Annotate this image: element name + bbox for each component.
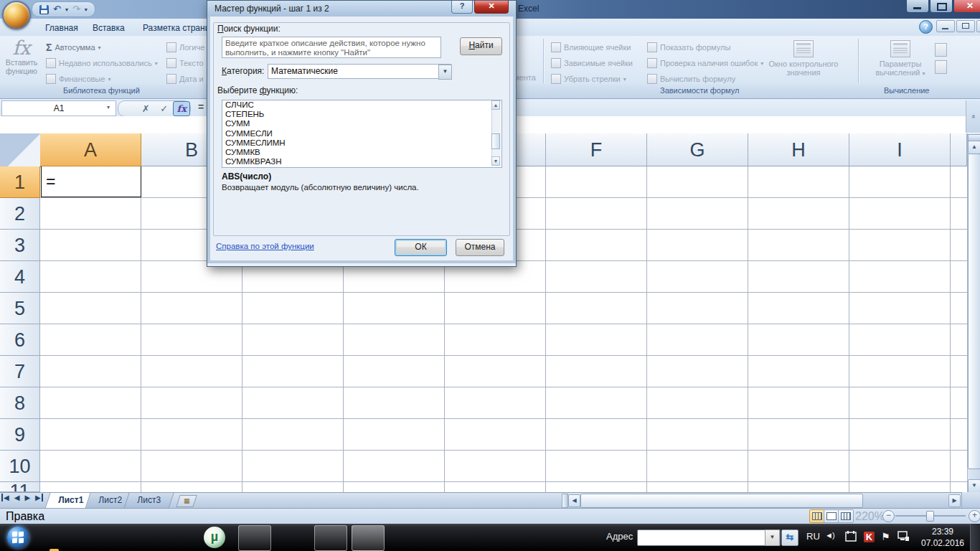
name-box-dropdown-icon[interactable]: ▾ xyxy=(103,101,114,114)
next-sheet-icon[interactable]: ▶ xyxy=(24,494,30,501)
recently-used-button[interactable]: Недавно использовались ▾ xyxy=(46,56,158,70)
first-sheet-icon[interactable]: ◀ xyxy=(1,494,9,501)
task-scheduler-icon[interactable] xyxy=(845,530,857,542)
function-list-item[interactable]: СУММ xyxy=(222,119,501,128)
dialog-help-icon[interactable]: ? xyxy=(451,1,473,14)
function-list-item[interactable]: СУММКВРАЗН xyxy=(222,157,501,166)
network-icon[interactable] xyxy=(897,530,910,542)
row-header-10[interactable]: 10 xyxy=(0,451,40,482)
word-taskbar-button[interactable] xyxy=(314,525,347,551)
zoom-slider-handle[interactable] xyxy=(926,511,934,522)
horizontal-scroll-thumb[interactable] xyxy=(580,494,863,508)
chrome-taskbar-button[interactable] xyxy=(238,525,271,551)
trace-precedents-button[interactable]: Влияющие ячейки xyxy=(551,40,631,55)
ok-button[interactable]: ОК xyxy=(395,239,447,256)
evaluate-formula-button[interactable]: Вычислить формулу xyxy=(647,72,735,86)
utorrent-icon[interactable]: µ xyxy=(204,527,225,548)
name-box[interactable]: A1 xyxy=(1,100,116,116)
help-icon[interactable]: ? xyxy=(919,20,933,34)
undo-dropdown-icon[interactable]: ▾ xyxy=(65,6,68,13)
zoom-level[interactable]: 220% xyxy=(855,510,885,523)
sheet-tab-list3[interactable]: Лист3 xyxy=(123,493,174,509)
row-header-11[interactable]: 11 xyxy=(0,482,40,492)
zoom-out-icon[interactable]: − xyxy=(882,510,895,522)
volume-icon[interactable]: ◄) xyxy=(825,531,834,540)
normal-view-button[interactable] xyxy=(809,509,825,523)
column-header-H[interactable]: H xyxy=(748,133,849,166)
dialog-close-icon[interactable]: ✕ xyxy=(474,1,509,14)
function-list[interactable]: СЛЧИС СТЕПЕНЬ СУММ СУММЕСЛИ СУММЕСЛИМН С… xyxy=(222,100,502,168)
start-button[interactable] xyxy=(7,527,29,548)
language-indicator[interactable]: RU xyxy=(806,531,820,542)
row-header-1[interactable]: 1 xyxy=(0,166,40,198)
formula-bar-expand-icon[interactable]: « xyxy=(966,100,980,133)
close-button[interactable]: ✕ xyxy=(953,0,980,13)
remove-arrows-button[interactable]: Убрать стрелки ▾ xyxy=(551,72,626,86)
workbook-close-button[interactable]: ✕ xyxy=(976,20,980,32)
column-header-G[interactable]: G xyxy=(647,133,748,166)
function-list-item[interactable]: СУММЕСЛИ xyxy=(222,129,501,138)
cancel-button[interactable]: Отмена xyxy=(456,239,504,256)
list-scroll-up-icon[interactable]: ▲ xyxy=(491,100,500,110)
save-icon[interactable] xyxy=(39,5,49,14)
show-formulas-button[interactable]: Показать формулы xyxy=(647,40,730,55)
insert-function-fx-button[interactable]: fx xyxy=(173,101,190,116)
restore-button[interactable] xyxy=(930,0,953,13)
column-header-A[interactable]: A xyxy=(40,133,141,166)
autosum-button[interactable]: Σ Автосумма ▾ xyxy=(46,40,101,55)
find-button[interactable]: Найти xyxy=(460,37,502,55)
row-header-9[interactable]: 9 xyxy=(0,419,40,451)
formula-bar-content[interactable]: = xyxy=(198,101,204,113)
function-list-item[interactable]: СУММЕСЛИМН xyxy=(222,138,501,148)
tab-home[interactable]: Главная xyxy=(36,21,88,36)
scroll-left-icon[interactable]: ◀ xyxy=(568,494,580,507)
function-list-item[interactable]: СЛЧИС xyxy=(222,100,501,110)
row-header-8[interactable]: 8 xyxy=(0,387,40,419)
enter-entry-button[interactable]: ✓ xyxy=(155,103,173,114)
zoom-in-icon[interactable]: + xyxy=(969,510,980,522)
column-header-I[interactable]: I xyxy=(849,133,951,166)
calculation-options-button[interactable]: Параметры вычислений ▾ xyxy=(870,40,931,77)
cell-A1[interactable]: = xyxy=(41,166,141,197)
previous-sheet-icon[interactable]: ◀ xyxy=(14,494,20,501)
excel-taskbar-button[interactable] xyxy=(352,525,385,551)
column-header-F[interactable]: F xyxy=(546,133,647,166)
scroll-right-icon[interactable]: ▶ xyxy=(948,494,961,507)
insert-function-button[interactable]: fx Вставить функцию xyxy=(1,38,42,84)
address-dropdown-icon[interactable]: ▼ xyxy=(765,529,780,546)
show-desktop-button[interactable] xyxy=(970,524,980,551)
watch-window-button[interactable]: Окно контрольного значения xyxy=(755,40,852,77)
row-header-6[interactable]: 6 xyxy=(0,324,40,356)
list-scroll-down-icon[interactable]: ▼ xyxy=(491,156,500,166)
minimize-button[interactable] xyxy=(906,0,929,13)
select-all-corner[interactable] xyxy=(0,133,41,167)
row-header-2[interactable]: 2 xyxy=(0,198,40,230)
address-go-icon[interactable]: ⇆ xyxy=(781,529,798,546)
trace-dependents-button[interactable]: Зависимые ячейки xyxy=(551,56,633,70)
tab-split-handle[interactable] xyxy=(562,494,568,508)
workbook-restore-button[interactable] xyxy=(956,20,975,32)
function-help-link[interactable]: Справка по этой функции xyxy=(216,242,314,250)
workbook-minimize-button[interactable] xyxy=(936,20,955,32)
kaspersky-icon[interactable]: K xyxy=(864,532,875,542)
cancel-entry-button[interactable]: ✗ xyxy=(136,103,154,114)
office-button[interactable] xyxy=(2,1,31,29)
row-header-3[interactable]: 3 xyxy=(0,230,40,261)
last-sheet-icon[interactable]: ▶ xyxy=(35,494,43,501)
search-function-input[interactable]: Введите краткое описание действия, котор… xyxy=(222,37,441,58)
category-select[interactable]: Математические xyxy=(268,64,451,79)
date-time-button[interactable]: Дата и xyxy=(166,72,204,85)
row-header-7[interactable]: 7 xyxy=(0,356,40,387)
error-checking-button[interactable]: Проверка наличия ошибок ▾ xyxy=(647,56,763,70)
page-break-view-button[interactable] xyxy=(838,509,854,523)
text-button[interactable]: Тексто xyxy=(166,56,204,70)
financial-button[interactable]: Финансовые ▾ xyxy=(46,72,110,86)
address-input[interactable] xyxy=(637,529,781,546)
column-header-partial[interactable] xyxy=(951,133,967,166)
scroll-down-icon[interactable]: ▼ xyxy=(968,479,980,493)
logical-button[interactable]: Логиче xyxy=(166,40,204,55)
action-center-flag-icon[interactable]: ⚑ xyxy=(881,531,890,542)
taskbar-clock[interactable]: 23:39 07.02.2016 xyxy=(920,526,965,549)
vertical-scroll-thumb[interactable] xyxy=(968,154,980,469)
function-list-item[interactable]: СУММКВ xyxy=(222,148,501,157)
